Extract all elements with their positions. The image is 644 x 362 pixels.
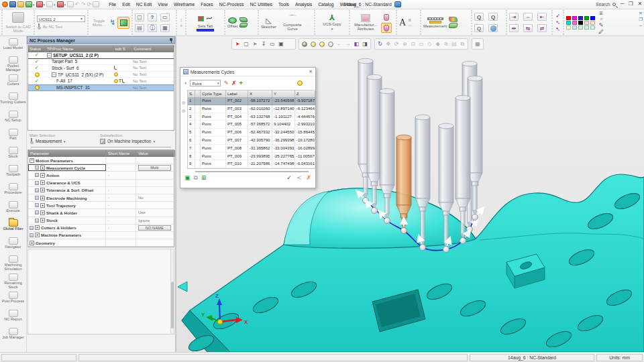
- ucs-combobox[interactable]: UCS11 2▼: [37, 15, 85, 22]
- color-swatch[interactable]: [566, 21, 571, 25]
- param-row[interactable]: +Electrode Machining-No: [28, 194, 174, 202]
- tree-row[interactable]: MS-INSPECT_31No Text: [28, 84, 174, 91]
- doc-close-button[interactable]: ✕: [639, 11, 643, 15]
- sidebar-item-navigator[interactable]: Navigator: [0, 237, 26, 255]
- import-part-icon[interactable]: [36, 1, 43, 7]
- zoom-model-icon[interactable]: Q: [474, 24, 484, 32]
- sidebar-item-cutters[interactable]: Cutters: [0, 74, 26, 93]
- search-input[interactable]: Search: [596, 2, 616, 7]
- expander-icon[interactable]: +: [35, 233, 40, 237]
- refresh-icon[interactable]: ⟳: [87, 2, 91, 7]
- zoom-window-icon[interactable]: ▭: [417, 40, 425, 48]
- color-picker-icon[interactable]: ✎: [599, 22, 604, 28]
- window-split-icon[interactable]: [93, 1, 99, 7]
- param-row[interactable]: +Stock-Ignore: [28, 217, 174, 225]
- arrow-left-icon[interactable]: ←: [335, 40, 343, 48]
- scrollbar-thumb[interactable]: [171, 282, 174, 328]
- sidebar-item-execute[interactable]: Execute: [0, 201, 26, 219]
- constraint-v-icon[interactable]: ⇤: [537, 13, 547, 21]
- cycle-row[interactable]: 6PointPT_007-42.305790-36.299398-19.1728…: [188, 137, 315, 145]
- dock-icon[interactable]: ▦: [474, 40, 482, 48]
- sidebar-item-remaining-stock[interactable]: Remaining Stock: [0, 274, 26, 292]
- tree-row[interactable]: ✓−SETUP_UCS11_2 (2 P): [28, 52, 174, 59]
- sidebar-item-toolpath[interactable]: Toolpath: [0, 165, 26, 183]
- cycle-row[interactable]: 8PointPT_009-23.993895-25.227765-11.0056…: [188, 153, 315, 161]
- param-value-button[interactable]: Multi: [138, 165, 171, 171]
- group-switch-cad[interactable]: Switch to CAD Mode: [1, 10, 34, 35]
- motion-swoosh-icon[interactable]: ↯: [109, 18, 115, 27]
- sidebar-item-post-process[interactable]: Post Process: [0, 292, 26, 310]
- pin-icon[interactable]: [170, 38, 172, 43]
- restore-button[interactable]: ❐: [629, 1, 633, 7]
- sketcher-icon[interactable]: ◺: [266, 17, 271, 24]
- cycle-row[interactable]: 3PointPT_004-63.132768-1.191127-4.444576: [188, 113, 315, 121]
- constraint-h-icon[interactable]: ⇥: [509, 13, 519, 21]
- bulb-dim-icon[interactable]: [327, 40, 335, 48]
- color-swatch[interactable]: [572, 25, 577, 29]
- menu-nc-edit[interactable]: NC Edit: [136, 2, 152, 7]
- constraint-align-icon[interactable]: ⇄: [537, 24, 547, 32]
- menu-analysis[interactable]: Analysis: [295, 2, 312, 7]
- expander-icon[interactable]: −: [47, 53, 52, 58]
- param-row[interactable]: +Clearance & UCS: [28, 180, 174, 187]
- import-cad-icon[interactable]: [25, 1, 32, 7]
- expander-icon[interactable]: +: [40, 188, 45, 192]
- apply-check-icon[interactable]: ✓: [286, 174, 292, 181]
- delete-point-icon[interactable]: ✗: [231, 80, 237, 86]
- cycle-row[interactable]: 7PointPT_008-31.365862-33.004393-16.0289…: [188, 145, 315, 153]
- dialog-close-icon[interactable]: ✕: [309, 69, 313, 74]
- color-swatch[interactable]: [572, 21, 577, 25]
- param-row[interactable]: +Measurement Cycle-Multi: [28, 164, 174, 172]
- color-swatch[interactable]: [578, 21, 583, 25]
- tree-row[interactable]: ✓Stock - Surf_6No Text: [28, 65, 174, 72]
- viewport-icon[interactable]: ▢: [135, 13, 144, 21]
- menu-file[interactable]: File: [109, 2, 116, 7]
- cycle-row[interactable]: 1PointPT_002-58.107272-23.540568-9.93718…: [188, 97, 315, 105]
- tree-row[interactable]: ✓Target Part_5No Text: [28, 59, 174, 66]
- select-window-icon[interactable]: ▭: [268, 40, 276, 48]
- param-row[interactable]: +Shank & Holder-Use: [28, 209, 174, 217]
- tree-col-tp-proc-name[interactable]: TP/Proc Name: [46, 46, 114, 52]
- search-icon[interactable]: [612, 3, 616, 6]
- expander-icon[interactable]: +: [40, 173, 45, 178]
- expander-icon[interactable]: +: [40, 180, 45, 185]
- dialog-col-x[interactable]: X: [248, 90, 272, 97]
- menu-catalog[interactable]: Catalog: [318, 2, 333, 7]
- cycle-row[interactable]: 5PointPT_006-52.467332-32.244550-15.8644…: [188, 129, 315, 137]
- cycle-row[interactable]: 9PointPT_010-21.207586-14.747498-6.04316…: [188, 160, 315, 168]
- sidebar-item-job-manager[interactable]: Job Manager: [0, 328, 26, 346]
- leader-icon[interactable]: ➶: [555, 13, 560, 19]
- color-swatch[interactable]: [584, 25, 589, 29]
- open-folder-icon[interactable]: [17, 1, 24, 7]
- sidebar-item-part[interactable]: Part: [0, 129, 26, 147]
- main-selection-dropdown[interactable]: Measurement ▾: [30, 138, 100, 144]
- expander-icon[interactable]: −: [52, 72, 56, 77]
- dialog-title-bar[interactable]: Measurements Cycles ✕: [180, 68, 315, 76]
- copy-icon[interactable]: ⧉: [194, 174, 198, 181]
- menu-faces[interactable]: Faces: [201, 2, 213, 7]
- dialog-col-z[interactable]: Z: [295, 90, 315, 97]
- sidebar-item-pocket-manager[interactable]: Pocket Manager: [0, 56, 26, 74]
- pan-icon[interactable]: ✥: [384, 40, 392, 48]
- orbit-icon[interactable]: [488, 24, 498, 32]
- measurement-point[interactable]: [401, 228, 407, 234]
- menu-wireframe[interactable]: Wireframe: [174, 2, 195, 7]
- insert-point-icon[interactable]: +: [239, 80, 243, 86]
- expander-icon[interactable]: +: [40, 218, 45, 223]
- param-row[interactable]: +Tolerance & Surf. Offset-: [28, 187, 174, 194]
- expander-icon[interactable]: +: [30, 241, 34, 245]
- expander-icon[interactable]: +: [40, 203, 45, 208]
- window-view-icon[interactable]: ▭: [160, 13, 170, 21]
- text-lines-icon[interactable]: ≣: [408, 17, 412, 22]
- panel-header[interactable]: NC Process Manager: [27, 36, 175, 44]
- sets-tab-label[interactable]: Sets Tab: [198, 24, 213, 28]
- rotate-icon[interactable]: ⟳: [393, 40, 400, 48]
- zoom-fit-icon[interactable]: ⊡: [409, 40, 417, 48]
- tree-col-sub-s[interactable]: sub S: [113, 46, 132, 52]
- rainbow-sheet-icon[interactable]: [449, 17, 458, 22]
- color-swatch[interactable]: [566, 25, 571, 29]
- blue-bar-icon[interactable]: [197, 29, 214, 32]
- color-swatch[interactable]: [590, 21, 595, 25]
- offset-icon[interactable]: [228, 17, 237, 23]
- sidebar-item-stock[interactable]: Stock: [0, 147, 26, 165]
